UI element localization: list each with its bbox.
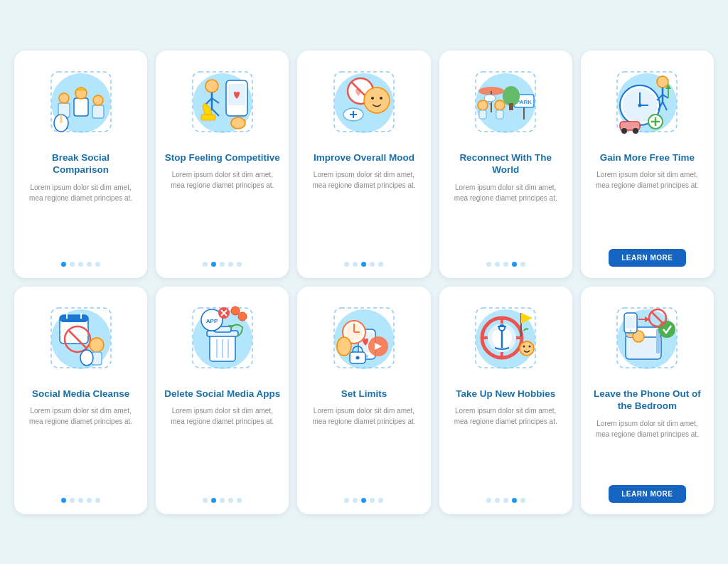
svg-rect-140 — [626, 316, 636, 329]
learn-more-button-gain-more-free-time[interactable]: LEARN MORE — [609, 249, 685, 267]
dot-1[interactable] — [70, 262, 75, 267]
dot-1[interactable] — [211, 498, 216, 503]
svg-rect-72 — [60, 315, 88, 322]
card-reconnect-with-world: PARK Reconnect With The WorldLorem ipsum… — [439, 50, 572, 278]
dot-2[interactable] — [220, 498, 225, 503]
svg-text:APP: APP — [206, 318, 218, 324]
dot-2[interactable] — [78, 262, 83, 267]
svg-rect-7 — [92, 105, 104, 118]
dot-0[interactable] — [486, 498, 491, 503]
card-body-delete-social-media-apps: Lorem ipsum dolor sit dim amet, mea regi… — [164, 405, 280, 490]
illustration-leave-phone-bedroom — [604, 295, 690, 381]
dot-0[interactable] — [203, 498, 208, 503]
dot-0[interactable] — [344, 498, 349, 503]
dot-0[interactable] — [344, 262, 349, 267]
card-title-set-limits: Set Limits — [341, 388, 387, 400]
svg-rect-43 — [479, 110, 486, 119]
svg-point-68 — [633, 128, 638, 134]
dot-1[interactable] — [70, 498, 75, 503]
dot-0[interactable] — [486, 262, 491, 267]
card-dots-break-social-comparison — [61, 262, 100, 267]
dot-4[interactable] — [237, 262, 242, 267]
dot-3[interactable] — [370, 262, 375, 267]
dot-3[interactable] — [87, 498, 92, 503]
svg-point-8 — [93, 95, 103, 105]
card-title-stop-feeling-competitive: Stop Feeling Competitive — [165, 151, 280, 164]
card-title-take-up-new-hobbies: Take Up New Hobbies — [456, 388, 555, 400]
dot-0[interactable] — [61, 498, 66, 503]
card-title-gain-more-free-time: Gain More Free Time — [600, 151, 695, 164]
svg-point-58 — [657, 76, 668, 87]
dot-2[interactable] — [78, 498, 83, 503]
dot-1[interactable] — [495, 498, 500, 503]
dot-1[interactable] — [211, 262, 216, 267]
svg-point-46 — [484, 95, 496, 102]
card-title-leave-phone-bedroom: Leave the Phone Out of the Bedroom — [589, 388, 705, 413]
svg-point-98 — [238, 312, 247, 321]
card-body-reconnect-with-world: Lorem ipsum dolor sit dim amet, mea regi… — [448, 182, 564, 255]
dot-4[interactable] — [378, 498, 383, 503]
svg-point-128 — [520, 341, 534, 356]
dot-1[interactable] — [353, 498, 358, 503]
card-dots-reconnect-with-world — [486, 262, 525, 267]
dot-4[interactable] — [237, 498, 242, 503]
dot-4[interactable] — [95, 498, 100, 503]
svg-point-99 — [231, 307, 240, 315]
card-title-break-social-comparison: Break Social Comparison — [23, 151, 139, 176]
dot-3[interactable] — [87, 262, 92, 267]
learn-more-button-leave-phone-bedroom[interactable]: LEARN MORE — [609, 485, 685, 503]
card-set-limits: Set LimitsLorem ipsum dolor sit dim amet… — [297, 287, 430, 514]
dot-4[interactable] — [520, 262, 525, 267]
card-dots-set-limits — [344, 498, 383, 503]
dot-1[interactable] — [495, 262, 500, 267]
cards-grid: Break Social ComparisonLorem ipsum dolor… — [14, 50, 714, 514]
dot-2[interactable] — [361, 498, 366, 503]
card-take-up-new-hobbies: Take Up New HobbiesLorem ipsum dolor sit… — [439, 287, 572, 514]
dot-3[interactable] — [512, 498, 517, 503]
card-body-stop-feeling-competitive: Lorem ipsum dolor sit dim amet, mea regi… — [164, 169, 280, 254]
card-body-take-up-new-hobbies: Lorem ipsum dolor sit dim amet, mea regi… — [448, 405, 564, 490]
card-dots-improve-overall-mood — [344, 262, 383, 267]
dot-2[interactable] — [361, 262, 366, 267]
card-improve-overall-mood: Improve Overall MoodLorem ipsum dolor si… — [297, 50, 430, 278]
svg-point-81 — [90, 338, 104, 352]
svg-point-67 — [621, 128, 627, 134]
dot-0[interactable] — [203, 262, 208, 267]
svg-point-44 — [495, 100, 505, 110]
dot-2[interactable] — [220, 262, 225, 267]
svg-rect-21 — [201, 115, 215, 120]
svg-point-27 — [364, 87, 390, 113]
card-title-delete-social-media-apps: Delete Social Media Apps — [164, 388, 280, 400]
illustration-set-limits — [321, 295, 407, 381]
dot-4[interactable] — [520, 498, 525, 503]
svg-point-22 — [231, 117, 245, 129]
dot-4[interactable] — [378, 262, 383, 267]
card-title-social-media-cleanse: Social Media Cleanse — [32, 388, 129, 400]
svg-point-54 — [638, 103, 642, 107]
dot-3[interactable] — [370, 498, 375, 503]
dot-1[interactable] — [353, 262, 358, 267]
dot-3[interactable] — [512, 262, 517, 267]
card-leave-phone-bedroom: Leave the Phone Out of the BedroomLorem … — [581, 287, 714, 514]
illustration-reconnect-with-world: PARK — [463, 59, 548, 144]
dot-2[interactable] — [503, 498, 508, 503]
illustration-gain-more-free-time — [604, 59, 690, 144]
dot-2[interactable] — [503, 262, 508, 267]
svg-point-42 — [478, 100, 488, 110]
card-body-improve-overall-mood: Lorem ipsum dolor sit dim amet, mea regi… — [306, 169, 422, 254]
dot-3[interactable] — [228, 262, 233, 267]
dot-4[interactable] — [95, 262, 100, 267]
card-gain-more-free-time: Gain More Free TimeLorem ipsum dolor sit… — [581, 50, 714, 278]
svg-point-138 — [658, 321, 675, 338]
card-body-leave-phone-bedroom: Lorem ipsum dolor sit dim amet, mea regi… — [589, 418, 705, 478]
card-dots-delete-social-media-apps — [203, 498, 242, 503]
dot-0[interactable] — [61, 262, 66, 267]
card-body-social-media-cleanse: Lorem ipsum dolor sit dim amet, mea regi… — [23, 405, 139, 490]
card-body-gain-more-free-time: Lorem ipsum dolor sit dim amet, mea regi… — [589, 169, 705, 241]
svg-point-13 — [205, 80, 218, 92]
card-dots-social-media-cleanse — [61, 498, 100, 503]
svg-rect-39 — [509, 103, 513, 110]
dot-3[interactable] — [228, 498, 233, 503]
illustration-take-up-new-hobbies — [463, 295, 548, 381]
card-delete-social-media-apps: APP Delete Social Media AppsLorem ipsum … — [156, 287, 289, 514]
